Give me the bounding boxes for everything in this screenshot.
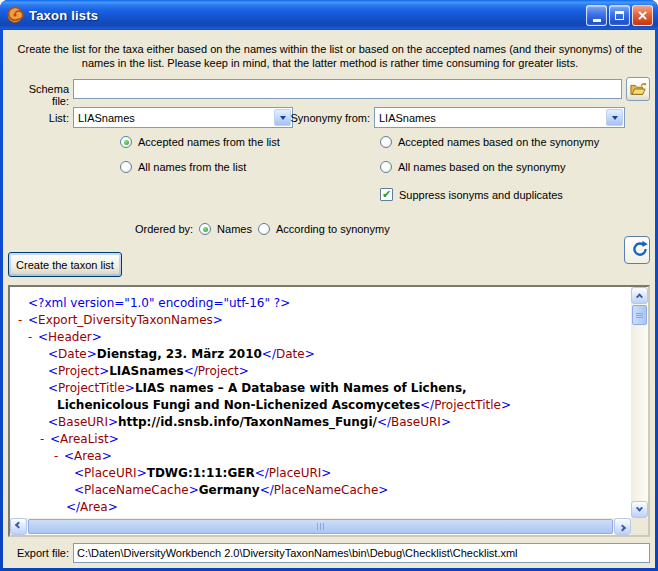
chevron-down-icon bbox=[612, 116, 618, 120]
xml-preview-panel: <?xml version="1.0" encoding="utf-16" ?>… bbox=[8, 285, 650, 537]
xml-line: <PlaceNameCache>Germany</PlaceNameCache> bbox=[10, 482, 631, 499]
radio-ordered-by-synonymy[interactable]: According to synonymy bbox=[258, 223, 390, 235]
horizontal-scrollbar[interactable] bbox=[10, 518, 631, 535]
scrollbar-corner bbox=[631, 518, 648, 535]
minimize-button[interactable] bbox=[586, 5, 607, 26]
xml-line: <?xml version="1.0" encoding="utf-16" ?> bbox=[10, 295, 631, 312]
scroll-left-button[interactable] bbox=[10, 518, 27, 535]
radio-label: Accepted names from the list bbox=[138, 136, 280, 148]
refresh-icon bbox=[631, 240, 649, 258]
collapse-marker[interactable]: - bbox=[28, 329, 38, 346]
radio-all-names-from-list[interactable]: All names from the list bbox=[120, 161, 246, 173]
chevron-down-icon bbox=[636, 505, 643, 512]
taxon-lists-window: Taxon lists × Create the list for the ta… bbox=[0, 0, 658, 571]
maximize-button[interactable] bbox=[609, 5, 630, 26]
xml-line: <PlaceURI>TDWG:1:11:GER</PlaceURI> bbox=[10, 465, 631, 482]
dialog-body: Create the list for the taxa either base… bbox=[3, 30, 655, 568]
radio-icon bbox=[380, 161, 392, 173]
radio-icon bbox=[199, 223, 211, 235]
scroll-right-button[interactable] bbox=[614, 518, 631, 535]
checkbox-icon: ✔ bbox=[380, 188, 393, 201]
xml-line: -<Header> bbox=[10, 329, 631, 346]
xml-line: -<Area> bbox=[10, 448, 631, 465]
radio-icon bbox=[380, 136, 392, 148]
schema-file-label: Schema file: bbox=[10, 83, 69, 107]
open-folder-icon bbox=[629, 81, 647, 97]
refresh-button[interactable] bbox=[624, 236, 650, 264]
maximize-icon bbox=[615, 11, 624, 20]
chevron-right-icon bbox=[619, 524, 626, 531]
export-file-label: Export file: bbox=[10, 547, 69, 559]
xml-line: <Project>LIASnames</Project> bbox=[10, 363, 631, 380]
radio-label: Accepted names based on the synonymy bbox=[398, 136, 599, 148]
xml-line: <ProjectTitle>LIAS names – A Database wi… bbox=[10, 380, 631, 397]
xml-line: <BaseURI>http://id.snsb.info/TaxonNames_… bbox=[10, 414, 631, 431]
close-icon: × bbox=[637, 8, 649, 22]
list-combobox-value: LIASnames bbox=[78, 112, 135, 124]
xml-line: -<AreaList> bbox=[10, 431, 631, 448]
scroll-down-button[interactable] bbox=[631, 501, 648, 518]
radio-ordered-by-names[interactable]: Names bbox=[199, 223, 252, 235]
xml-line: -<Export_DiversityTaxonNames> bbox=[10, 312, 631, 329]
collapse-marker[interactable]: - bbox=[18, 312, 28, 329]
ordered-by-row: Ordered by: Names According to synonymy bbox=[135, 223, 390, 235]
browse-schema-button[interactable] bbox=[626, 77, 650, 101]
vertical-scrollbar[interactable] bbox=[631, 287, 648, 518]
collapse-marker[interactable]: - bbox=[40, 431, 50, 448]
app-icon bbox=[6, 6, 24, 24]
checkbox-label: Suppress isonyms and duplicates bbox=[399, 189, 563, 201]
horizontal-scroll-thumb[interactable] bbox=[28, 519, 613, 534]
xml-line: </Area> bbox=[10, 499, 631, 516]
radio-label: All names from the list bbox=[138, 161, 246, 173]
intro-text: Create the list for the taxa either base… bbox=[15, 42, 645, 70]
synonymy-dropdown-arrow-icon[interactable] bbox=[606, 109, 623, 126]
check-icon: ✔ bbox=[382, 189, 391, 200]
minimize-icon bbox=[593, 19, 601, 22]
radio-label: All names based on the synonymy bbox=[398, 161, 566, 173]
titlebar-buttons: × bbox=[586, 5, 653, 26]
chevron-left-icon bbox=[15, 522, 22, 529]
radio-icon bbox=[120, 161, 132, 173]
create-taxon-list-button[interactable]: Create the taxon list bbox=[8, 252, 122, 277]
synonymy-combobox-value: LIASnames bbox=[379, 112, 436, 124]
radio-icon bbox=[120, 136, 132, 148]
xml-line: <Date>Dienstag, 23. März 2010</Date> bbox=[10, 346, 631, 363]
xml-content[interactable]: <?xml version="1.0" encoding="utf-16" ?>… bbox=[10, 287, 631, 518]
radio-all-names-synonymy[interactable]: All names based on the synonymy bbox=[380, 161, 566, 173]
radio-accepted-names-synonymy[interactable]: Accepted names based on the synonymy bbox=[380, 136, 599, 148]
synonymy-from-label: Synonymy from: bbox=[243, 112, 370, 124]
ordered-by-label: Ordered by: bbox=[135, 223, 193, 235]
list-label: List: bbox=[10, 112, 69, 124]
synonymy-combobox[interactable]: LIASnames bbox=[374, 107, 625, 128]
scroll-up-button[interactable] bbox=[631, 287, 648, 304]
radio-icon bbox=[258, 223, 270, 235]
radio-label: Names bbox=[217, 223, 252, 235]
close-button[interactable]: × bbox=[632, 5, 653, 26]
collapse-marker[interactable]: - bbox=[54, 448, 64, 465]
radio-label: According to synonymy bbox=[276, 223, 390, 235]
chevron-up-icon bbox=[636, 293, 643, 300]
schema-file-input[interactable] bbox=[73, 79, 622, 99]
title-bar[interactable]: Taxon lists × bbox=[0, 0, 658, 30]
export-file-input[interactable] bbox=[73, 543, 650, 563]
vertical-scroll-thumb[interactable] bbox=[632, 305, 647, 325]
radio-accepted-names-from-list[interactable]: Accepted names from the list bbox=[120, 136, 280, 148]
xml-line: Lichenicolous Fungi and Non-Lichenized A… bbox=[10, 397, 631, 414]
suppress-isonyms-checkbox[interactable]: ✔ Suppress isonyms and duplicates bbox=[380, 188, 563, 201]
window-title: Taxon lists bbox=[29, 8, 586, 23]
